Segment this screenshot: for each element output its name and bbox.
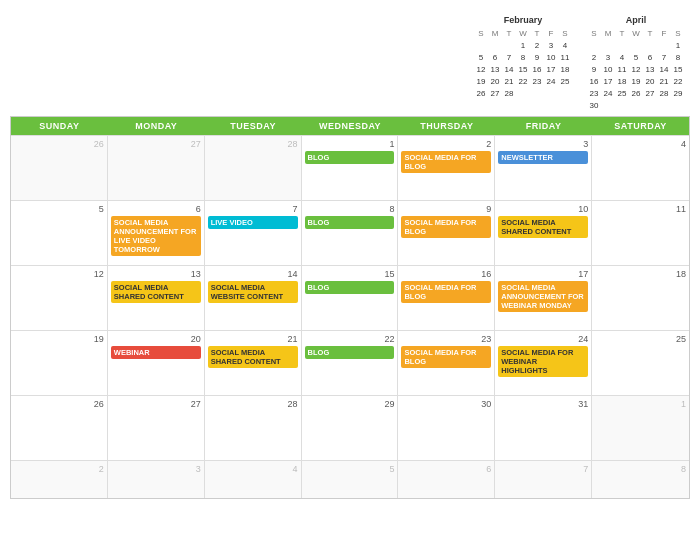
day-number: 1 xyxy=(595,399,686,409)
calendar-cell: 3NEWSLETTER xyxy=(495,136,592,200)
day-number: 20 xyxy=(111,334,201,344)
day-number: 25 xyxy=(595,334,686,344)
calendar-event[interactable]: SOCIAL MEDIA WEBSITE CONTENT xyxy=(208,281,298,303)
calendar-event[interactable]: BLOG xyxy=(305,346,395,359)
day-number: 11 xyxy=(595,204,686,214)
day-number: 18 xyxy=(595,269,686,279)
calendar-cell: 8BLOG xyxy=(302,201,399,265)
calendar-cell: 22BLOG xyxy=(302,331,399,395)
mini-calendars: FebruarySMTWTFS1234567891011121314151617… xyxy=(474,15,685,111)
mini-cal-day: 30 xyxy=(587,99,601,111)
calendar-cell: 6 xyxy=(398,461,495,498)
day-number: 27 xyxy=(111,139,201,149)
mini-cal-day: 20 xyxy=(488,75,502,87)
mini-cal-day xyxy=(544,87,558,99)
calendar-cell: 27 xyxy=(108,396,205,460)
mini-cal-day xyxy=(474,39,488,51)
mini-cal-day xyxy=(530,87,544,99)
calendar-cell: 8 xyxy=(592,461,689,498)
calendar-event[interactable]: SOCIAL MEDIA FOR BLOG xyxy=(401,216,491,238)
mini-cal-title: April xyxy=(587,15,685,25)
mini-cal-day: 22 xyxy=(671,75,685,87)
mini-cal-day xyxy=(615,99,629,111)
day-number: 19 xyxy=(14,334,104,344)
day-number: 9 xyxy=(401,204,491,214)
mini-cal-day: 12 xyxy=(629,63,643,75)
day-number: 17 xyxy=(498,269,588,279)
calendar-event[interactable]: SOCIAL MEDIA ANNOUNCEMENT FOR WEBINAR MO… xyxy=(498,281,588,312)
month-title-area xyxy=(15,10,474,14)
calendar-event[interactable]: LIVE VIDEO xyxy=(208,216,298,229)
cal-header-tuesday: TUESDAY xyxy=(205,117,302,135)
calendar-event[interactable]: BLOG xyxy=(305,216,395,229)
calendar-cell: 28 xyxy=(205,136,302,200)
mini-cal-day: 26 xyxy=(474,87,488,99)
mini-cal-day: 13 xyxy=(488,63,502,75)
cal-header-monday: MONDAY xyxy=(108,117,205,135)
day-number: 4 xyxy=(595,139,686,149)
mini-cal-day: 5 xyxy=(474,51,488,63)
cal-header-friday: FRIDAY xyxy=(495,117,592,135)
mini-cal-day: 28 xyxy=(502,87,516,99)
mini-cal-day: 15 xyxy=(671,63,685,75)
calendar-event[interactable]: SOCIAL MEDIA FOR BLOG xyxy=(401,151,491,173)
calendar-event[interactable]: SOCIAL MEDIA SHARED CONTENT xyxy=(498,216,588,238)
calendar-event[interactable]: BLOG xyxy=(305,281,395,294)
calendar-row: 1920WEBINAR21SOCIAL MEDIA SHARED CONTENT… xyxy=(11,330,689,395)
mini-cal-header: W xyxy=(629,27,643,39)
calendar-event[interactable]: SOCIAL MEDIA FOR WEBINAR HIGHLIGHTS xyxy=(498,346,588,377)
mini-cal-day: 18 xyxy=(558,63,572,75)
day-number: 7 xyxy=(208,204,298,214)
calendar-event[interactable]: SOCIAL MEDIA SHARED CONTENT xyxy=(208,346,298,368)
day-number: 27 xyxy=(111,399,201,409)
calendar-cell: 15BLOG xyxy=(302,266,399,330)
mini-cal-day: 6 xyxy=(643,51,657,63)
day-number: 16 xyxy=(401,269,491,279)
mini-cal-title: February xyxy=(474,15,572,25)
day-number: 4 xyxy=(208,464,298,474)
day-number: 6 xyxy=(401,464,491,474)
mini-cal-day: 25 xyxy=(558,75,572,87)
day-number: 7 xyxy=(498,464,588,474)
day-number: 6 xyxy=(111,204,201,214)
mini-cal-day xyxy=(671,99,685,111)
mini-cal-day: 19 xyxy=(474,75,488,87)
mini-cal-day xyxy=(615,39,629,51)
mini-cal-day: 12 xyxy=(474,63,488,75)
calendar-cell: 23SOCIAL MEDIA FOR BLOG xyxy=(398,331,495,395)
calendar-event[interactable]: BLOG xyxy=(305,151,395,164)
mini-cal-day: 23 xyxy=(530,75,544,87)
calendar-event[interactable]: NEWSLETTER xyxy=(498,151,588,164)
day-number: 8 xyxy=(595,464,686,474)
cal-header-wednesday: WEDNESDAY xyxy=(302,117,399,135)
cal-header-sunday: SUNDAY xyxy=(11,117,108,135)
mini-cal-day: 21 xyxy=(657,75,671,87)
mini-cal-day: 3 xyxy=(544,39,558,51)
day-number: 2 xyxy=(401,139,491,149)
mini-cal-day: 2 xyxy=(587,51,601,63)
calendar-cell: 18 xyxy=(592,266,689,330)
calendar-cell: 12 xyxy=(11,266,108,330)
day-number: 10 xyxy=(498,204,588,214)
calendar-cell: 7 xyxy=(495,461,592,498)
calendar-cell: 19 xyxy=(11,331,108,395)
calendar-cell: 3 xyxy=(108,461,205,498)
mini-cal-day: 20 xyxy=(643,75,657,87)
calendar-cell: 11 xyxy=(592,201,689,265)
calendar-row: 2345678 xyxy=(11,460,689,498)
calendar-cell: 5 xyxy=(302,461,399,498)
day-number: 28 xyxy=(208,399,298,409)
mini-cal-day: 15 xyxy=(516,63,530,75)
calendar-row: 2627281BLOG2SOCIAL MEDIA FOR BLOG3NEWSLE… xyxy=(11,135,689,200)
calendar-event[interactable]: SOCIAL MEDIA FOR BLOG xyxy=(401,346,491,368)
calendar-cell: 26 xyxy=(11,396,108,460)
mini-cal-day: 11 xyxy=(558,51,572,63)
mini-cal-day xyxy=(488,39,502,51)
mini-cal-day: 14 xyxy=(657,63,671,75)
calendar-event[interactable]: WEBINAR xyxy=(111,346,201,359)
calendar-event[interactable]: SOCIAL MEDIA ANNOUNCEMENT FOR LIVE VIDEO… xyxy=(111,216,201,256)
calendar-row: 1213SOCIAL MEDIA SHARED CONTENT14SOCIAL … xyxy=(11,265,689,330)
calendar-event[interactable]: SOCIAL MEDIA FOR BLOG xyxy=(401,281,491,303)
calendar-cell: 14SOCIAL MEDIA WEBSITE CONTENT xyxy=(205,266,302,330)
calendar-event[interactable]: SOCIAL MEDIA SHARED CONTENT xyxy=(111,281,201,303)
